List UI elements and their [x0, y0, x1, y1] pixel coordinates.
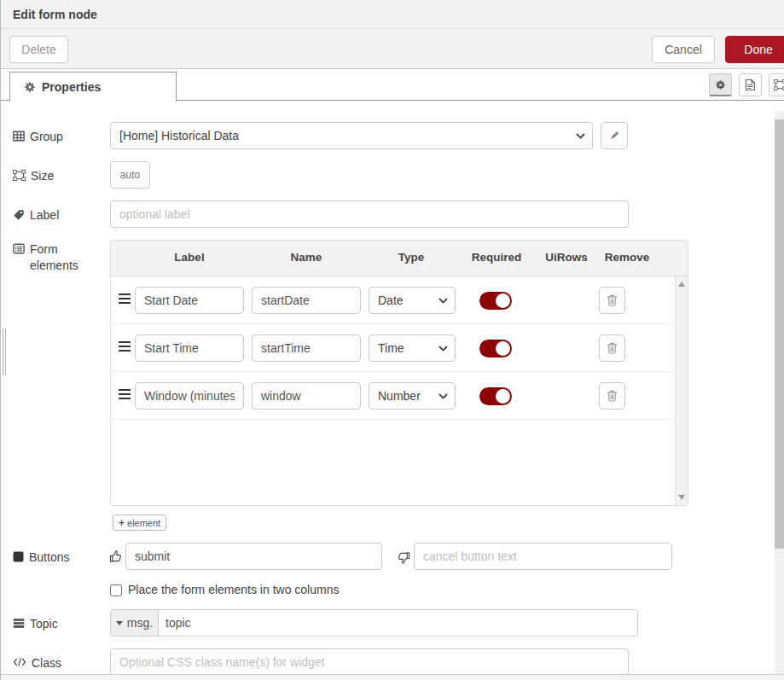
topic-value[interactable]: topic — [159, 616, 191, 630]
buttons-field-label: Buttons — [13, 549, 107, 566]
code-icon — [13, 655, 26, 671]
tasks-icon — [13, 616, 25, 632]
caret-down-icon — [116, 621, 123, 625]
column-header-remove: Remove — [605, 251, 650, 264]
form-elements-table-header: Label Name Type Required UiRows Remove — [111, 241, 688, 276]
delete-button[interactable]: Delete — [9, 36, 68, 63]
properties-view-button[interactable] — [709, 73, 732, 96]
form-elements-field-label: Form elements — [13, 241, 107, 274]
group-select-value: [Home] Historical Data — [119, 129, 239, 142]
element-label-input[interactable] — [135, 334, 244, 362]
label-input[interactable] — [110, 201, 629, 228]
page-scrollbar[interactable] — [775, 111, 784, 680]
trash-icon — [607, 342, 618, 354]
label-field-label: Label — [13, 207, 107, 224]
list-scrollbar[interactable] — [675, 276, 688, 505]
pencil-icon — [608, 130, 620, 142]
done-button[interactable]: Done — [725, 36, 784, 63]
submit-button-text-input[interactable] — [125, 543, 382, 570]
two-columns-checkbox[interactable] — [110, 584, 122, 596]
edit-group-button[interactable] — [601, 122, 628, 149]
element-type-value: Date — [378, 294, 404, 307]
element-type-value: Time — [378, 341, 404, 355]
element-label-input[interactable] — [135, 382, 244, 410]
topic-type-button[interactable]: msg. — [111, 610, 159, 636]
thumbs-down-icon — [398, 551, 410, 565]
square-icon — [13, 549, 24, 566]
required-toggle[interactable] — [479, 387, 512, 405]
element-label-input[interactable] — [135, 287, 244, 314]
element-name-input[interactable] — [252, 287, 361, 314]
plus-icon: + — [119, 517, 125, 529]
gear-icon — [24, 81, 36, 93]
required-toggle[interactable] — [479, 340, 512, 357]
two-columns-label[interactable]: Place the form elements in two columns — [128, 583, 339, 596]
dialog-title: Edit form node — [13, 8, 97, 21]
appearance-view-button[interactable] — [769, 73, 784, 96]
form-elements-table: Label Name Type Required UiRows Remove D… — [110, 240, 688, 506]
bottom-strip — [1, 674, 784, 680]
group-field-label: Group — [13, 129, 107, 145]
column-header-label: Label — [174, 251, 204, 264]
description-view-button[interactable] — [739, 73, 762, 96]
dialog-toolbar: Delete Cancel Done — [1, 29, 784, 69]
column-header-uirows: UiRows — [545, 251, 588, 264]
gear-icon — [715, 79, 726, 90]
add-element-button[interactable]: +element — [113, 514, 166, 531]
remove-element-button[interactable] — [599, 287, 625, 314]
cancel-button[interactable]: Cancel — [652, 36, 715, 63]
topic-type-label: msg. — [127, 616, 153, 630]
size-field-label: Size — [13, 168, 107, 184]
list-alt-icon — [13, 241, 25, 274]
form-element-row: Date — [111, 276, 688, 324]
drag-handle-icon[interactable] — [119, 341, 131, 354]
chevron-down-icon — [438, 393, 448, 399]
form-element-row: Number — [111, 372, 688, 420]
object-group-icon — [774, 79, 784, 90]
thumbs-up-icon — [109, 549, 122, 563]
edit-form-node-dialog: Edit form node Delete Cancel Done Proper… — [0, 0, 784, 680]
chevron-down-icon — [438, 346, 448, 352]
element-type-select[interactable]: Number — [369, 382, 456, 410]
editor-toolbar-buttons — [709, 73, 784, 96]
required-toggle[interactable] — [479, 292, 512, 310]
remove-element-button[interactable] — [599, 334, 625, 362]
cancel-button-text-input[interactable] — [414, 543, 672, 570]
class-input[interactable] — [110, 648, 629, 676]
table-icon — [13, 129, 25, 145]
size-button[interactable]: auto — [110, 161, 150, 189]
tray-resize-grip[interactable] — [3, 328, 6, 375]
tab-bar: Properties — [1, 70, 784, 101]
column-header-type: Type — [398, 251, 425, 264]
tag-icon — [13, 207, 25, 224]
trash-icon — [607, 294, 618, 306]
scroll-down-icon[interactable] — [678, 495, 685, 500]
element-name-input[interactable] — [252, 382, 361, 410]
tab-properties[interactable]: Properties — [9, 72, 177, 102]
column-header-name: Name — [291, 251, 322, 264]
drag-handle-icon[interactable] — [119, 389, 131, 402]
drag-handle-icon[interactable] — [119, 294, 131, 306]
object-group-icon — [13, 168, 26, 184]
scroll-up-icon[interactable] — [678, 282, 685, 287]
trash-icon — [607, 390, 618, 402]
file-icon — [745, 78, 756, 91]
remove-element-button[interactable] — [599, 382, 625, 410]
chevron-down-icon — [576, 133, 585, 139]
element-type-select[interactable]: Date — [369, 287, 456, 314]
element-type-value: Number — [378, 389, 421, 403]
class-field-label: Class — [13, 655, 107, 671]
group-select[interactable]: [Home] Historical Data — [110, 122, 593, 149]
dialog-header: Edit form node — [1, 0, 784, 29]
tab-properties-label: Properties — [42, 80, 101, 94]
topic-field-label: Topic — [13, 616, 107, 632]
element-name-input[interactable] — [252, 334, 361, 362]
page-scrollbar-thumb[interactable] — [775, 119, 784, 549]
chevron-down-icon — [438, 298, 448, 304]
element-type-select[interactable]: Time — [369, 334, 456, 362]
form-element-row: Time — [111, 324, 688, 372]
topic-typed-input: msg. topic — [110, 609, 638, 636]
column-header-required: Required — [472, 251, 522, 264]
form-elements-list: Date Time — [111, 276, 688, 505]
